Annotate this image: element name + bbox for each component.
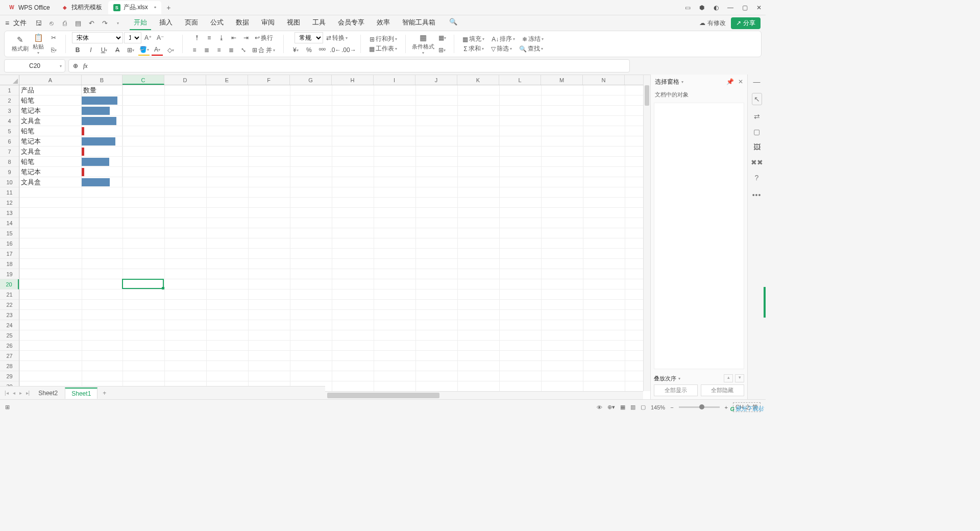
row-header[interactable]: 2 (0, 95, 19, 106)
sheet-nav-next[interactable]: ▸ (18, 390, 23, 396)
row-header[interactable]: 13 (0, 208, 19, 218)
fx-icon[interactable]: fx (83, 62, 88, 70)
indent-decrease-button[interactable]: ⇤ (228, 32, 239, 43)
scroll-thumb[interactable] (327, 393, 439, 398)
strikethrough-button[interactable]: A̶ (112, 44, 123, 56)
cell[interactable]: 文具盒 (19, 177, 82, 187)
conditional-format-button[interactable]: ▦条件格式▾ (412, 33, 434, 55)
sheet-nav-prev[interactable]: ◂ (11, 390, 17, 396)
row-header[interactable]: 5 (0, 126, 19, 136)
row-header[interactable]: 4 (0, 116, 19, 126)
format-painter-button[interactable]: ✎格式刷 (12, 35, 29, 53)
row-header[interactable]: 8 (0, 157, 19, 167)
row-header[interactable]: 29 (0, 371, 19, 381)
wrap-text-button[interactable]: ↩换行 (253, 32, 275, 43)
pin-icon[interactable]: 📌 (726, 78, 734, 85)
row-header[interactable]: 20 (0, 279, 19, 289)
rowcol-button[interactable]: ⊞行和列▾ (368, 35, 399, 43)
freeze-button[interactable]: ❄冻结▾ (520, 35, 546, 43)
row-header[interactable]: 22 (0, 300, 19, 310)
tab-smart[interactable]: 智能工具箱 (398, 16, 439, 30)
file-menu[interactable]: 文件 (13, 18, 27, 28)
more-rail-icon[interactable]: ••• (752, 191, 762, 199)
tab-member[interactable]: 会员专享 (334, 16, 369, 30)
cell-databar[interactable] (82, 116, 122, 126)
orientation-button[interactable]: ⤡ (238, 44, 249, 56)
table-styles-button[interactable]: ⊞▾ (436, 44, 448, 56)
column-header[interactable]: I (374, 75, 415, 85)
horizontal-scrollbar[interactable] (325, 391, 643, 399)
close-button[interactable]: ✕ (755, 4, 763, 11)
scroll-thumb[interactable] (645, 85, 649, 106)
align-center-button[interactable]: ≣ (201, 44, 212, 56)
fill-color-button[interactable]: 🪣▾ (138, 44, 150, 56)
row-header[interactable]: 23 (0, 310, 19, 320)
number-format-select[interactable]: 常规 (295, 32, 323, 43)
column-header[interactable]: M (541, 75, 583, 85)
align-middle-button[interactable]: ≡ (204, 32, 215, 43)
font-color-button[interactable]: A▾ (152, 44, 163, 56)
view-break-icon[interactable]: ▢ (641, 404, 646, 411)
cell-databar[interactable] (82, 136, 122, 147)
user-icon[interactable]: ◐ (713, 4, 720, 11)
bold-button[interactable]: B (72, 44, 83, 56)
cell[interactable]: 数量 (82, 85, 122, 95)
column-header[interactable]: L (499, 75, 541, 85)
layout-rail-icon[interactable]: ▢ (753, 128, 760, 136)
row-header[interactable]: 19 (0, 269, 19, 279)
add-sheet-button[interactable]: + (99, 390, 110, 397)
merge-button[interactable]: ⊞合 并▾ (250, 44, 277, 56)
indent-increase-button[interactable]: ⇥ (240, 32, 252, 43)
column-header[interactable]: C (122, 75, 164, 85)
cell[interactable]: 铅笔 (19, 95, 82, 106)
row-header[interactable]: 12 (0, 198, 19, 208)
qat-dropdown-icon[interactable]: ▾ (112, 17, 124, 29)
settings-rail-icon[interactable]: ⇄ (754, 112, 760, 120)
column-header[interactable]: F (248, 75, 290, 85)
view-normal-icon[interactable]: ▦ (620, 404, 625, 411)
cell-styles-button[interactable]: ▦▾ (436, 32, 448, 43)
row-header[interactable]: 3 (0, 106, 19, 116)
currency-button[interactable]: ¥▾ (290, 44, 301, 56)
cell[interactable]: 文具盒 (19, 116, 82, 126)
row-header[interactable]: 28 (0, 361, 19, 371)
italic-button[interactable]: I (85, 44, 96, 56)
undo-button[interactable]: ↶ (86, 17, 97, 29)
justify-button[interactable]: ≣ (226, 44, 237, 56)
convert-button[interactable]: ⇄转换▾ (324, 34, 350, 42)
tab-efficiency[interactable]: 效率 (373, 16, 394, 30)
tab-document[interactable]: S 产品.xlsx • (108, 1, 162, 14)
has-changes-indicator[interactable]: ☁ 有修改 (699, 19, 726, 28)
fill-button[interactable]: ▦填充▾ (460, 35, 486, 43)
maximize-button[interactable]: ▢ (741, 4, 748, 11)
cell[interactable]: 产品 (19, 85, 82, 95)
column-header[interactable]: J (415, 75, 457, 85)
column-header[interactable]: D (164, 75, 206, 85)
tab-review[interactable]: 审阅 (257, 16, 279, 30)
status-mode-icon[interactable]: ⊞ (5, 404, 10, 411)
worksheet-button[interactable]: ▦工作表▾ (367, 44, 399, 53)
close-icon[interactable]: ✕ (738, 78, 743, 85)
cell[interactable]: 铅笔 (19, 126, 82, 136)
preview-icon[interactable]: ▤ (72, 17, 84, 29)
eye-icon[interactable]: 👁 (597, 404, 602, 411)
cell-databar[interactable] (82, 147, 122, 157)
save-icon[interactable]: 🖫 (33, 17, 44, 29)
tab-view[interactable]: 视图 (283, 16, 304, 30)
cell[interactable]: 笔记本 (19, 106, 82, 116)
row-header[interactable]: 1 (0, 85, 19, 95)
decrease-font-button[interactable]: A⁻ (155, 32, 166, 43)
tab-tools[interactable]: 工具 (308, 16, 330, 30)
move-up-button[interactable]: ▴ (724, 374, 733, 382)
column-header[interactable]: A (19, 75, 82, 85)
align-left-button[interactable]: ≡ (189, 44, 200, 56)
zoom-in-button[interactable]: + (725, 404, 728, 411)
show-all-button[interactable]: 全部显示 (654, 384, 698, 396)
image-rail-icon[interactable]: 🖼 (753, 143, 761, 151)
row-header[interactable]: 17 (0, 249, 19, 259)
redo-button[interactable]: ↷ (99, 17, 110, 29)
row-header[interactable]: 16 (0, 238, 19, 249)
hide-all-button[interactable]: 全部隐藏 (701, 384, 745, 396)
name-box[interactable]: C20 ▾ (4, 59, 65, 73)
row-header[interactable]: 21 (0, 289, 19, 300)
